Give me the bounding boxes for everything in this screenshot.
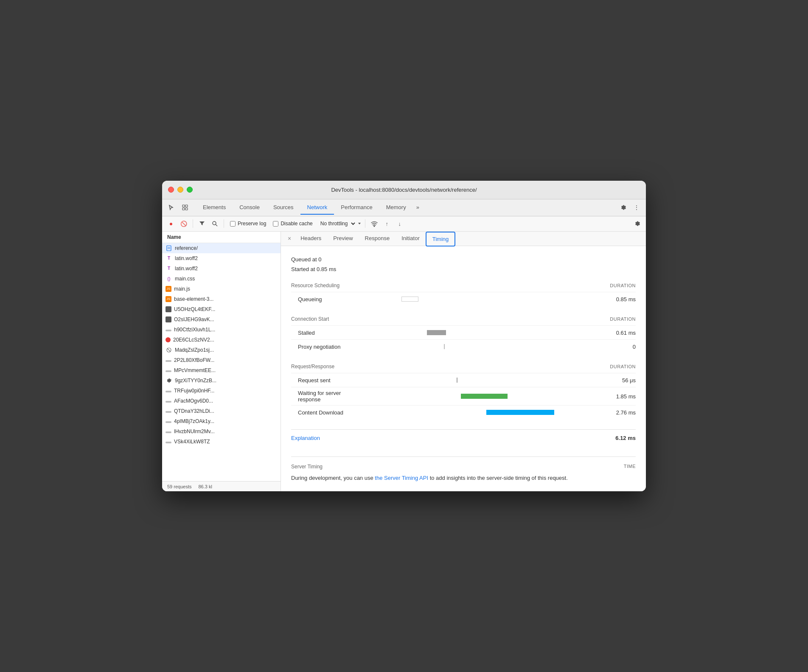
file-item-other2[interactable]: 2P2L80XfBoFW... bbox=[162, 355, 281, 365]
file-item-other9[interactable]: VSk4XiLkW8TZ bbox=[162, 437, 281, 447]
server-timing-title: Server Timing bbox=[291, 464, 323, 470]
disable-cache-input[interactable] bbox=[273, 221, 278, 227]
file-item-other8[interactable]: lHvzbNUlrm2Mv... bbox=[162, 426, 281, 437]
file-item-other5[interactable]: AFacMOgv6D0... bbox=[162, 396, 281, 406]
separator-2 bbox=[224, 219, 224, 228]
record-button[interactable]: ● bbox=[166, 218, 177, 229]
other-icon-6 bbox=[166, 411, 171, 413]
file-item-latin1[interactable]: T latin.woff2 bbox=[162, 253, 281, 263]
toolbar-settings-icon[interactable] bbox=[631, 218, 642, 229]
traffic-lights bbox=[168, 187, 193, 193]
file-item-mainjs[interactable]: JS main.js bbox=[162, 284, 281, 294]
file-list-panel: Name reference/ T latin.woff2 bbox=[162, 232, 281, 492]
queueing-bar bbox=[401, 297, 418, 302]
filter-button[interactable] bbox=[196, 218, 208, 229]
tab-preview[interactable]: Preview bbox=[327, 232, 359, 246]
doc-icon bbox=[166, 245, 172, 252]
tab-timing[interactable]: Timing bbox=[426, 232, 456, 246]
devtools-window: DevTools - localhost:8080/docs/devtools/… bbox=[162, 181, 646, 492]
connection-start-section: Connection Start DURATION Stalled 0.61 m… bbox=[291, 316, 636, 353]
maximize-button[interactable] bbox=[187, 187, 193, 193]
settings-icon[interactable] bbox=[617, 202, 629, 213]
download-icon[interactable]: ↓ bbox=[394, 218, 405, 229]
file-item-other4[interactable]: TRFujw0pi0nHF... bbox=[162, 386, 281, 396]
file-name-block1: MadqZslZpo1sj... bbox=[175, 347, 214, 353]
server-timing-time-label: TIME bbox=[624, 464, 636, 470]
server-timing-api-link[interactable]: the Server Timing API bbox=[375, 475, 428, 481]
more-icon[interactable]: ⋮ bbox=[631, 202, 642, 213]
tab-initiator[interactable]: Initiator bbox=[396, 232, 426, 246]
circle-icon bbox=[166, 337, 171, 342]
tab-network[interactable]: Network bbox=[300, 201, 334, 215]
file-name-circle: 20E6CLcSzNV2... bbox=[173, 337, 214, 343]
font-icon-2: T bbox=[166, 265, 172, 272]
queued-at: Queued at 0 bbox=[291, 255, 636, 264]
file-item-circle[interactable]: 20E6CLcSzNV2... bbox=[162, 335, 281, 345]
request-response-section: Request/Response DURATION Request sent 5… bbox=[291, 364, 636, 419]
file-item-latin2[interactable]: T latin.woff2 bbox=[162, 263, 281, 274]
server-timing-desc-suffix: to add insights into the server-side tim… bbox=[428, 475, 568, 481]
file-item-base[interactable]: JS base-element-3... bbox=[162, 294, 281, 304]
wifi-icon[interactable] bbox=[369, 218, 380, 229]
tab-sources[interactable]: Sources bbox=[267, 201, 300, 215]
file-item-reference[interactable]: reference/ bbox=[162, 243, 281, 253]
file-item-maincss[interactable]: {} main.css bbox=[162, 274, 281, 284]
devtools-icons-right: ⋮ bbox=[617, 202, 642, 213]
file-item-img2[interactable]: O2sIJEHG9avK... bbox=[162, 314, 281, 325]
tab-more[interactable]: » bbox=[413, 201, 423, 215]
disable-cache-checkbox[interactable]: Disable cache bbox=[270, 221, 315, 227]
close-detail-button[interactable]: × bbox=[284, 233, 295, 244]
throttle-select[interactable]: No throttling Fast 3G Slow 3G Offline bbox=[317, 219, 356, 228]
file-name-base: base-element-3... bbox=[174, 296, 213, 302]
gear-file-icon bbox=[166, 377, 172, 384]
proxy-label: Proxy negotiation bbox=[291, 344, 376, 350]
block-icon bbox=[166, 347, 172, 353]
file-item-other1[interactable]: h90CtfziXluvh1L... bbox=[162, 325, 281, 335]
clear-button[interactable]: 🚫 bbox=[178, 218, 189, 229]
tab-memory[interactable]: Memory bbox=[379, 201, 413, 215]
tab-console[interactable]: Console bbox=[233, 201, 267, 215]
preserve-log-input[interactable] bbox=[230, 221, 236, 227]
file-item-block1[interactable]: MadqZslZpo1sj... bbox=[162, 345, 281, 355]
file-item-img1[interactable]: U5OHzQL4tEKF... bbox=[162, 304, 281, 314]
timing-header-info: Queued at 0 Started at 0.85 ms bbox=[291, 255, 636, 274]
request-sent-duration: 56 μs bbox=[602, 377, 636, 384]
font-icon-1: T bbox=[166, 255, 172, 262]
js-icon-2: JS bbox=[166, 296, 171, 302]
stalled-row: Stalled 0.61 ms bbox=[291, 325, 636, 339]
other-icon-3 bbox=[166, 370, 171, 372]
explanation-link[interactable]: Explanation bbox=[291, 435, 320, 441]
tab-performance[interactable]: Performance bbox=[334, 201, 379, 215]
request-sent-row: Request sent 56 μs bbox=[291, 373, 636, 387]
file-name-other8: lHvzbNUlrm2Mv... bbox=[174, 428, 215, 434]
file-name-latin2: latin.woff2 bbox=[175, 266, 198, 272]
tab-headers[interactable]: Headers bbox=[295, 232, 327, 246]
upload-icon[interactable]: ↑ bbox=[382, 218, 393, 229]
css-icon: {} bbox=[166, 275, 172, 282]
file-item-gear[interactable]: 9gzXiTYY0nZzB... bbox=[162, 375, 281, 386]
transfer-size: 86.3 kl bbox=[198, 484, 212, 489]
svg-rect-7 bbox=[167, 246, 171, 251]
proxy-bar-area bbox=[376, 342, 602, 351]
tab-response[interactable]: Response bbox=[359, 232, 396, 246]
proxy-duration: 0 bbox=[602, 344, 636, 350]
download-bar bbox=[486, 410, 554, 415]
file-item-other7[interactable]: 4pIMBj7zOAk1y... bbox=[162, 416, 281, 426]
preserve-log-checkbox[interactable]: Preserve log bbox=[227, 221, 269, 227]
file-item-other6[interactable]: QTDnaY32hLDi... bbox=[162, 406, 281, 416]
stalled-bar bbox=[427, 330, 446, 335]
resource-scheduling-duration-label: DURATION bbox=[610, 283, 636, 288]
tab-elements[interactable]: Elements bbox=[196, 201, 233, 215]
svg-rect-2 bbox=[185, 205, 188, 207]
close-button[interactable] bbox=[168, 187, 174, 193]
queueing-row: Queueing 0.85 ms bbox=[291, 292, 636, 306]
timing-total-row: Explanation 6.12 ms bbox=[291, 435, 636, 448]
cursor-icon[interactable] bbox=[166, 202, 177, 213]
inspect-icon[interactable] bbox=[179, 202, 191, 213]
devtools-tab-bar: Elements Console Sources Network Perform… bbox=[162, 199, 646, 216]
file-item-other3[interactable]: MPcVmmemtEE... bbox=[162, 365, 281, 375]
file-name-other1: h90CtfziXluvh1L... bbox=[174, 327, 215, 333]
minimize-button[interactable] bbox=[177, 187, 183, 193]
search-button[interactable] bbox=[209, 218, 220, 229]
file-name-img1: U5OHzQL4tEKF... bbox=[174, 306, 215, 312]
